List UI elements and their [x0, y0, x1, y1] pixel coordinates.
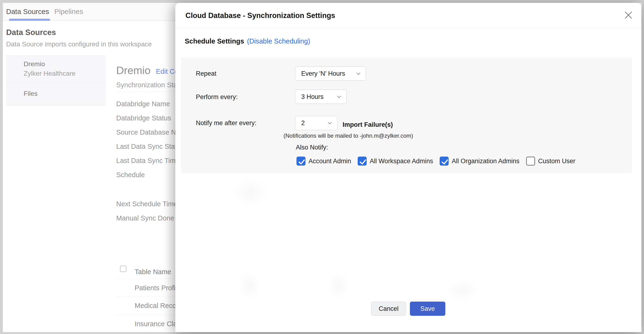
checkbox-all-workspace-admins[interactable]: All Workspace Admins: [358, 156, 433, 165]
sync-settings-dialog: Cloud Database - Synchronization Setting…: [175, 3, 641, 332]
select-all-checkbox[interactable]: [120, 266, 126, 272]
checkbox-label: Account Admin: [308, 157, 351, 165]
checkbox-custom-user[interactable]: Custom User: [526, 156, 576, 165]
checkbox-icon[interactable]: [358, 156, 367, 165]
field-label: Next Schedule Time: [116, 200, 178, 208]
checkbox-icon[interactable]: [296, 156, 306, 165]
perform-every-select[interactable]: 3 Hours: [295, 90, 346, 104]
detail-title: Dremio: [116, 64, 150, 77]
table-row[interactable]: Medical Recor: [135, 302, 178, 310]
notify-count-select-value: 2: [301, 119, 305, 127]
repeat-select-value: Every 'N' Hours: [301, 70, 345, 77]
page-subtitle: Data Source imports configured in this w…: [6, 41, 152, 48]
also-notify-label: Also Notify:: [296, 143, 328, 152]
notification-note: (Notifications will be mailed to -john.m…: [284, 132, 413, 139]
perform-every-label: Perform every:: [196, 93, 238, 101]
detail-subtitle: Synchronization Stat: [116, 81, 179, 89]
table-row[interactable]: Insurance Clai: [135, 320, 178, 328]
section-title: Schedule Settings: [185, 37, 244, 45]
dialog-header: Cloud Database - Synchronization Setting…: [175, 3, 641, 28]
checkbox-label: All Organization Admins: [452, 157, 520, 165]
field-label: Schedule: [116, 171, 145, 179]
tab-data-sources[interactable]: Data Sources: [6, 3, 49, 20]
list-item-files[interactable]: Files: [6, 83, 106, 106]
checkbox-icon[interactable]: [440, 156, 449, 165]
chevron-down-icon: [337, 96, 341, 98]
edit-connection-link[interactable]: Edit Co: [156, 68, 178, 75]
active-tab-underline: [9, 19, 50, 21]
tab-pipelines[interactable]: Pipelines: [54, 3, 83, 20]
field-label: Source Database Na: [116, 128, 180, 136]
list-item-dremio[interactable]: Dremio Zylker Healthcare: [6, 55, 106, 83]
list-item-title: Dremio: [24, 59, 101, 69]
disable-scheduling-link[interactable]: (Disable Scheduling): [247, 37, 310, 45]
field-label: Last Data Sync Statu: [116, 142, 180, 151]
notify-count-select[interactable]: 2: [295, 116, 337, 130]
chevron-down-icon: [328, 122, 332, 124]
perform-every-select-value: 3 Hours: [301, 93, 324, 101]
also-notify-options: Account Admin All Workspace Admins All O…: [296, 156, 575, 166]
watermark-shape: [227, 172, 274, 212]
checkbox-all-organization-admins[interactable]: All Organization Admins: [440, 156, 520, 165]
notify-after-label: Notify me after every:: [196, 119, 256, 127]
checkbox-label: Custom User: [538, 157, 576, 165]
close-icon[interactable]: [622, 9, 634, 21]
watermark-shape: [234, 265, 264, 306]
page-title: Data Sources: [6, 28, 56, 37]
repeat-label: Repeat: [196, 69, 216, 78]
list-item-title: Files: [24, 89, 101, 98]
list-item-subtitle: Zylker Healthcare: [24, 69, 101, 78]
save-button[interactable]: Save: [410, 302, 445, 316]
close-icon-glyph: [624, 11, 633, 19]
tab-pipelines-label: Pipelines: [54, 8, 83, 16]
field-label: Databridge Status: [116, 114, 171, 122]
chevron-down-icon: [356, 72, 360, 75]
data-source-list: Dremio Zylker Healthcare Files: [6, 55, 106, 106]
field-label: Manual Sync Done: [116, 214, 174, 222]
table-column-header: Table Name: [135, 268, 171, 276]
dialog-actions: Cancel Save: [175, 302, 641, 316]
cancel-button[interactable]: Cancel: [371, 302, 406, 316]
table-row[interactable]: Patients Profil: [135, 284, 177, 292]
repeat-select[interactable]: Every 'N' Hours: [295, 66, 366, 81]
watermark-shape: [324, 265, 352, 306]
watermark-shape: [440, 275, 485, 306]
checkbox-label: All Workspace Admins: [370, 157, 433, 165]
schedule-settings-section: Schedule Settings (Disable Scheduling): [185, 37, 310, 45]
field-label: Last Data Sync Time: [116, 156, 180, 165]
field-label: Databridge Name: [116, 100, 170, 108]
tab-data-sources-label: Data Sources: [6, 8, 49, 16]
import-failures-label: Import Failure(s): [342, 120, 393, 129]
checkbox-account-admin[interactable]: Account Admin: [296, 156, 351, 165]
screen: Data Sources Pipelines Data Sources Data…: [0, 0, 644, 334]
dialog-title: Cloud Database - Synchronization Setting…: [186, 11, 335, 20]
checkbox-icon[interactable]: [526, 156, 535, 165]
